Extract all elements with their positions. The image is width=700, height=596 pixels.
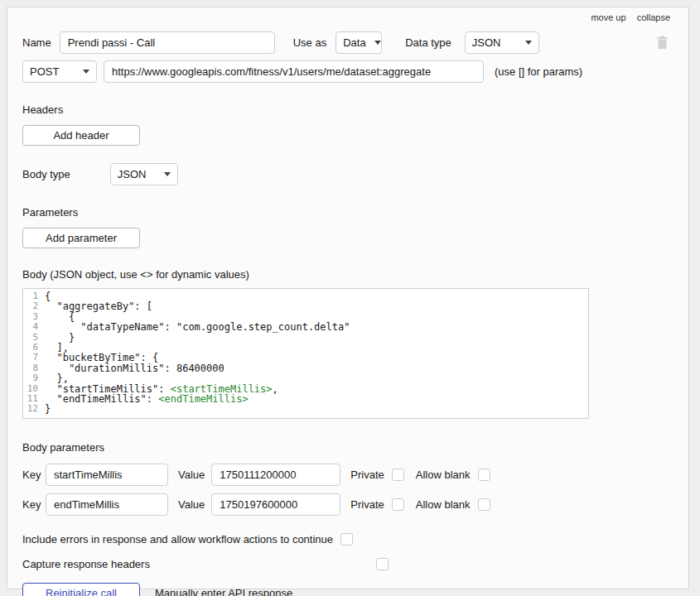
body-parameters-label: Body parameters [22, 441, 673, 454]
api-call-panel: move up collapse Name Use as Data Data t… [7, 7, 689, 589]
manual-api-response-link[interactable]: Manually enter API response [155, 587, 292, 596]
allow-blank-checkbox[interactable] [478, 469, 490, 481]
body-type-select[interactable]: JSON [110, 163, 178, 185]
collapse-link[interactable]: collapse [637, 12, 670, 22]
add-parameter-button[interactable]: Add parameter [22, 228, 140, 248]
key-label: Key [22, 498, 42, 511]
data-type-value: JSON [472, 36, 501, 49]
request-row: POST (use [] for params) [22, 60, 673, 83]
capture-headers-row: Capture response headers [22, 558, 673, 570]
body-parameter-row: Key Value Private Allow blank [22, 464, 673, 486]
name-row: Name Use as Data Data type JSON [22, 31, 673, 54]
data-type-label: Data type [405, 36, 451, 49]
body-code-editor[interactable]: 1{2 "aggregateBy": [3 {4 "dataTypeName":… [22, 288, 589, 419]
param-value-input[interactable] [211, 464, 340, 486]
private-label: Private [350, 498, 384, 511]
private-checkbox[interactable] [392, 469, 404, 481]
param-value-input[interactable] [211, 493, 340, 516]
move-up-link[interactable]: move up [591, 12, 625, 22]
headers-section-label: Headers [22, 103, 673, 116]
include-errors-label: Include errors in response and allow wor… [22, 533, 333, 546]
panel-controls: move up collapse [22, 12, 673, 22]
chevron-down-icon [164, 172, 171, 176]
body-parameter-row: Key Value Private Allow blank [22, 493, 673, 516]
include-errors-row: Include errors in response and allow wor… [22, 533, 673, 546]
chevron-down-icon [83, 70, 89, 74]
http-method-value: POST [30, 65, 59, 78]
body-type-label: Body type [22, 168, 70, 180]
use-as-label: Use as [293, 36, 326, 49]
chevron-down-icon [374, 41, 381, 45]
add-header-button[interactable]: Add header [22, 125, 140, 146]
params-hint: (use [] for params) [495, 65, 582, 78]
include-errors-checkbox[interactable] [340, 533, 353, 546]
capture-headers-checkbox[interactable] [376, 558, 389, 570]
body-type-row: Body type JSON [22, 163, 673, 185]
allow-blank-checkbox[interactable] [478, 498, 490, 511]
key-label: Key [22, 469, 42, 481]
endpoint-url-input[interactable] [104, 60, 484, 83]
capture-headers-label: Capture response headers [22, 558, 369, 570]
call-name-input[interactable] [60, 31, 275, 54]
data-type-select[interactable]: JSON [465, 31, 539, 54]
private-checkbox[interactable] [392, 498, 404, 511]
trash-icon[interactable] [656, 36, 669, 50]
body-type-value: JSON [118, 168, 147, 180]
param-key-input[interactable] [46, 464, 168, 486]
private-label: Private [350, 469, 384, 481]
use-as-select[interactable]: Data [336, 31, 382, 54]
value-label: Value [178, 469, 205, 481]
allow-blank-label: Allow blank [416, 469, 471, 481]
body-editor-label: Body (JSON object, use <> for dynamic va… [22, 268, 673, 281]
use-as-value: Data [343, 36, 365, 49]
chevron-down-icon [525, 41, 532, 45]
parameters-section-label: Parameters [22, 206, 673, 219]
value-label: Value [178, 498, 205, 511]
footer-row: Reinitialize call Manually enter API res… [22, 583, 673, 596]
body-code-lines: 1{2 "aggregateBy": [3 {4 "dataTypeName":… [23, 291, 588, 415]
param-key-input[interactable] [46, 493, 168, 516]
http-method-select[interactable]: POST [22, 60, 97, 83]
reinitialize-call-button[interactable]: Reinitialize call [22, 583, 140, 596]
name-label: Name [22, 36, 51, 49]
allow-blank-label: Allow blank [416, 498, 471, 511]
